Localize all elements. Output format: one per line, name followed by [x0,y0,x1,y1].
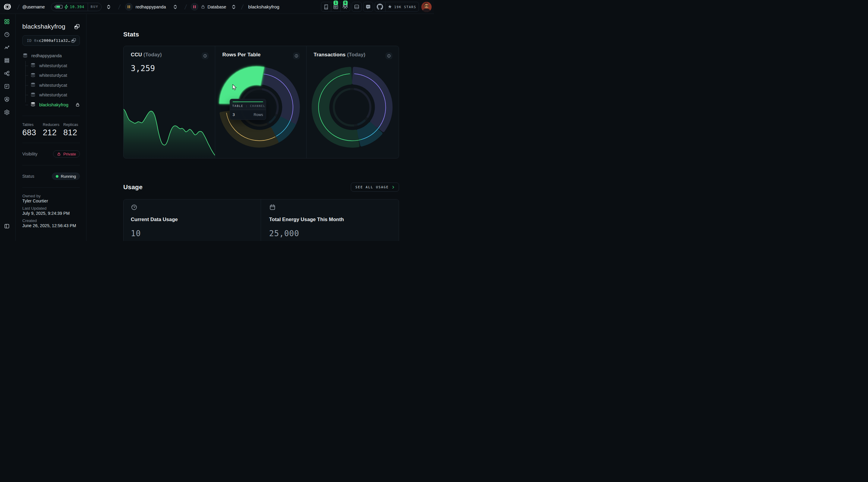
copy-id-button[interactable] [71,38,76,43]
copy-name-button[interactable] [74,24,80,30]
status-row: Status Running [22,165,80,187]
calendar-icon [269,204,276,211]
status-label: Status [22,174,34,179]
server-button[interactable] [352,2,362,12]
tooltip-value-row: 3 Rows [230,110,266,120]
chart-tooltip: TABLE : CHANNEL 3 Rows [230,99,266,120]
database-icon [30,63,36,68]
meta-value: Tyler Courtier [22,198,80,203]
tree-item-database[interactable]: whitesturdycat [22,62,80,70]
grid-icon [4,19,10,25]
private-lock-icon [75,102,80,107]
rail-item-reducers[interactable] [1,68,12,79]
github-button[interactable] [375,2,385,11]
activity-chart-icon [4,44,10,51]
spacetimedb-logo[interactable] [3,2,12,11]
tree-connector-stub [25,105,28,105]
energy-selector-chevrons-icon[interactable] [106,4,111,9]
discord-button[interactable] [363,2,373,12]
energy-balance[interactable]: 10.394 [51,3,88,11]
identity-selector-chevrons-icon[interactable] [173,4,178,9]
github-stars-button[interactable]: 19K STARS [385,2,418,11]
tree-item-database[interactable]: whitesturdycat [22,91,80,99]
stats-card: CCU (Today) 3,259 Rows Per Table TABLE :… [123,46,399,158]
rail-item-settings[interactable] [1,107,12,118]
created: Created June 26, 2025, 12:56:43 PM [22,218,80,228]
buy-button[interactable]: BUY [88,3,101,11]
running-dot-icon [56,175,59,178]
see-all-usage-button[interactable]: SEE ALL USAGE [351,183,399,192]
rail-item-dashboard[interactable] [1,29,12,40]
transactions-card: Transactions (Today) [306,46,399,158]
chevron-right-icon [391,185,395,189]
usage-heading: Usage [123,184,143,191]
tree-connector-stub [25,66,28,66]
meta-value: June 26, 2025, 12:56:43 PM [22,223,80,228]
usage-header-row: Usage SEE ALL USAGE [123,183,399,192]
icon-rail [0,14,16,241]
breadcrumb-slash [183,4,188,10]
database-selector-chevrons-icon[interactable] [231,4,236,9]
ccu-title: CCU (Today) [131,52,162,58]
sidebar-stats: Tables 683 Reducers 212 Replicas 812 [22,116,80,143]
status-badge[interactable]: Running [52,172,80,180]
last-updated: Last Updated July 9, 2025, 9:24:39 PM [22,206,80,216]
rail-item-tables[interactable] [1,55,12,66]
tooltip-unit: Rows [254,113,263,117]
username[interactable]: @username [22,4,45,9]
breadcrumb-slash [16,4,21,10]
rail-item-overview[interactable] [1,16,12,27]
rail-item-metrics[interactable] [1,42,12,53]
usage-card: Current Data Usage 10 Bytes Total Energy… [123,199,399,241]
stat-reducers: Reducers 212 [43,123,63,143]
copy-icon [74,24,80,30]
tree-item-label: whitesturdycat [39,93,67,97]
tooltip-value: 3 [233,113,235,117]
breadcrumb-module-name[interactable]: blackshakyfrog [248,4,279,10]
tree-item-database-active[interactable]: blackshakyfrog [22,101,80,109]
energy-usage-card: Total Energy Usage This Month 25,000 TX … [261,199,398,241]
user-avatar[interactable] [421,2,432,12]
collapse-sidebar-button[interactable] [1,221,12,232]
community-button[interactable]: 9 [340,2,350,11]
lock-icon [57,152,61,156]
changelog-badge: 1 [334,1,338,5]
tree-item-label: whitesturdycat [39,83,67,88]
battery-icon [54,5,63,9]
visibility-label: Visibility [22,152,37,156]
rail-item-security[interactable] [1,94,12,105]
ccu-info-button[interactable] [202,53,208,59]
data-usage-value: 10 [131,229,261,238]
stat-value: 683 [22,128,43,137]
tree-root-item[interactable]: redhappypanda [22,52,80,60]
identity-value: ID 0xc2000af11a32… [27,38,70,43]
tree-item-database[interactable]: whitesturdycat [22,71,80,79]
tree-connector-stub [25,95,28,95]
star-burst-icon [388,4,392,9]
tree-item-label: whitesturdycat [39,63,67,68]
meta-label: Owned by [22,194,80,198]
tree-children: whitesturdycat whitesturdycat whitesturd… [22,62,80,109]
changelog-button[interactable]: 1 [331,2,341,11]
tooltip-table-label: TABLE [232,104,244,107]
panel-left-icon [4,223,10,229]
breadcrumb-identity[interactable]: redhappypanda [125,3,178,10]
breadcrumb-database[interactable]: Database [191,3,236,10]
tree-item-label: blackshakyfrog [39,102,68,107]
logs-icon [4,84,10,90]
tree-item-database[interactable]: whitesturdycat [22,81,80,89]
flow-nodes-icon [4,70,10,76]
tooltip-header: TABLE : CHANNEL [232,104,264,107]
docs-button[interactable] [321,2,331,11]
tree-root-label: redhappypanda [31,53,62,58]
tree-connector-stub [25,85,28,86]
gauge-icon [131,204,137,211]
energy-usage-unit: TX Energy [269,240,398,241]
energy-bolt-icon [64,4,68,9]
visibility-badge[interactable]: Private [53,150,80,158]
transactions-donut-chart[interactable] [307,46,399,158]
identity-hash: c2000af11a32… [39,38,70,43]
rail-item-logs[interactable] [1,81,12,92]
data-usage-title: Current Data Usage [131,217,261,222]
stats-heading: Stats [123,31,434,38]
